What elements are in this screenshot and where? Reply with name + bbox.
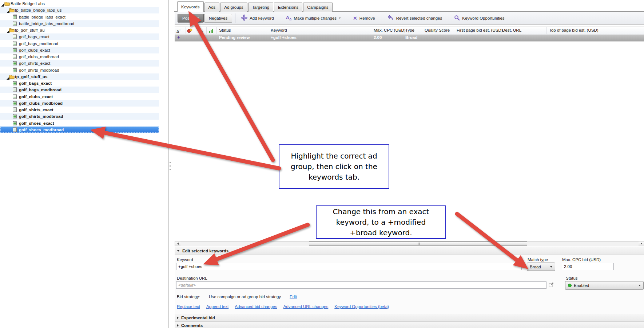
section-label: Experimental bid — [181, 316, 215, 320]
append-text-link[interactable]: Append text — [206, 304, 228, 309]
keyword-input[interactable] — [176, 263, 522, 270]
tree-item-label: golf_bags_modbroad — [19, 87, 61, 93]
bid-strategy-value: Use campaign or ad group bid strategy — [209, 295, 281, 299]
keyword-opportunities-button[interactable]: Keyword Opportunities — [451, 14, 507, 23]
enabled-status-icon — [568, 284, 572, 287]
match-type-value: Broad — [530, 265, 541, 269]
tree-item-golf_bags_exact[interactable]: golf_bags_exact — [0, 33, 159, 40]
tree-item-tp_battle_bridge_labs_us[interactable]: tp_battle_bridge_labs_us — [0, 7, 159, 13]
tab-keywords[interactable]: Keywords — [177, 1, 204, 12]
tree-item-battle_bridge_labs_modbroad[interactable]: battle_bridge_labs_modbroad — [0, 20, 159, 27]
column-header-keyword[interactable]: Keyword — [271, 28, 287, 32]
tree-item-golf_shirts_exact[interactable]: golf_shirts_exact — [0, 60, 159, 67]
tree-item-golf_clubs_exact[interactable]: golf_clubs_exact — [0, 93, 159, 100]
edit-bid-strategy-link[interactable]: Edit — [290, 295, 297, 299]
toolbar-separator — [280, 13, 280, 23]
toolbar-separator — [235, 13, 235, 23]
scrollbar-thumb[interactable] — [309, 241, 527, 246]
tree-item-golf_shirts_modbroad[interactable]: golf_shirts_modbroad — [0, 113, 159, 120]
advanced-bid-changes-link[interactable]: Advanced bid changes — [235, 304, 277, 309]
replace-text-link[interactable]: Replace text — [177, 304, 200, 309]
delta-add-icon[interactable]: Δ+ — [176, 28, 181, 33]
sort-indicator-icon[interactable] — [398, 30, 401, 32]
status-dropdown[interactable]: Enabled — [565, 281, 644, 290]
column-header-top-of-page-bid-est-usd-[interactable]: Top of page bid est. (USD) — [549, 28, 599, 32]
splitter-line[interactable] — [168, 0, 169, 328]
column-separator — [196, 27, 196, 34]
tab-targeting[interactable]: Targeting — [248, 3, 273, 12]
keyword-opportunities-beta--link[interactable]: Keyword Opportunities (beta) — [334, 304, 389, 309]
column-header-dest-url[interactable]: Dest. URL — [502, 28, 521, 32]
tree-item-golf_clubs_modbroad[interactable]: golf_clubs_modbroad — [0, 100, 159, 107]
column-header-first-page-bid-est-usd-[interactable]: First page bid est. (USD) — [457, 28, 503, 32]
tab-campaigns[interactable]: Campaigns — [303, 3, 332, 12]
advanced-url-changes-link[interactable]: Advanced URL changes — [283, 304, 329, 309]
tree-item-golf_bags_modbroad[interactable]: golf_bags_modbroad — [0, 40, 159, 47]
tab-ad-groups[interactable]: Ad groups — [220, 3, 247, 12]
chevron-down-icon — [550, 266, 552, 268]
comment-icon[interactable] — [198, 28, 203, 34]
adwords-editor-window: Battle Bridge Labstp_battle_bridge_labs_… — [0, 0, 644, 328]
tree-item-tp_golf_stuff_au[interactable]: tp_golf_stuff_au — [0, 27, 159, 33]
ad-group-tree[interactable]: Battle Bridge Labstp_battle_bridge_labs_… — [0, 0, 168, 328]
splitter-line[interactable] — [172, 0, 172, 328]
tree-item-label: golf_bags_exact — [19, 33, 49, 40]
cell-status: Pending review — [219, 35, 250, 40]
column-header-status[interactable]: Status — [219, 28, 231, 32]
horizontal-scrollbar[interactable] — [175, 241, 644, 246]
tree-item-golf_bags_modbroad[interactable]: golf_bags_modbroad — [0, 87, 159, 93]
make-multiple-changes-button[interactable]: ΔΔMake multiple changes — [283, 14, 344, 23]
comments-section[interactable]: Comments — [175, 321, 644, 328]
tree-item-Battle Bridge Labs[interactable]: Battle Bridge Labs — [0, 0, 159, 7]
tab-bar: KeywordsAdsAd groupsTargetingExtensionsC… — [177, 1, 333, 12]
added-keyword-icon: + — [177, 35, 180, 40]
tree-item-battle_bridge_labs_exact[interactable]: battle_bridge_labs_exact — [0, 14, 159, 20]
tab-ads[interactable]: Ads — [204, 3, 220, 12]
max-cpc-input[interactable] — [562, 263, 614, 270]
tab-extensions[interactable]: Extensions — [274, 3, 302, 12]
edit-selected-keywords-header[interactable]: Edit selected keywords — [175, 247, 644, 255]
magnifier-icon — [454, 15, 460, 21]
destination-url-input[interactable] — [176, 281, 546, 289]
external-link-icon[interactable] — [549, 282, 554, 288]
tree-item-label: golf_clubs_modbroad — [19, 53, 59, 60]
experimental-bid-section[interactable]: Experimental bid — [175, 314, 644, 321]
tree-item-golf_clubs_modbroad[interactable]: golf_clubs_modbroad — [0, 53, 159, 60]
toolbar-button-label: Keyword Opportunities — [462, 16, 504, 20]
scroll-right-button[interactable] — [639, 241, 644, 246]
keyword-grid-selected-row[interactable]: +Pending review+golf +shoes2.00Broad — [175, 35, 644, 41]
tree-item-golf_clubs_exact[interactable]: golf_clubs_exact — [0, 47, 159, 53]
tree-item-tp_golf_stuff_us[interactable]: tp_golf_stuff_us — [0, 73, 159, 80]
approval-status-icon[interactable] — [187, 28, 192, 34]
tree-item-label: battle_bridge_labs_exact — [19, 14, 65, 20]
negatives-filter-button[interactable]: Negatives — [204, 14, 232, 23]
tree-item-label: tp_battle_bridge_labs_us — [15, 7, 62, 13]
positives-filter-button[interactable]: Positives — [178, 14, 204, 23]
column-header-type[interactable]: Type — [405, 28, 414, 32]
analysis-icon[interactable] — [209, 28, 214, 34]
column-separator — [216, 27, 217, 34]
column-header-quality-score[interactable]: Quality Score — [425, 28, 450, 32]
tree-item-golf_bags_exact[interactable]: golf_bags_exact — [0, 80, 159, 87]
column-separator — [269, 27, 269, 34]
x-icon: ✕ — [353, 15, 357, 21]
expand-icon — [177, 316, 179, 319]
remove-button[interactable]: ✕Remove — [350, 14, 378, 23]
scroll-left-button[interactable] — [175, 241, 180, 246]
tree-item-golf_shoes_exact[interactable]: golf_shoes_exact — [0, 120, 159, 127]
splitter-grip-icon[interactable] — [170, 162, 171, 163]
bid-strategy-row: Bid strategy: Use campaign or ad group b… — [177, 295, 297, 299]
toolbar-button-label: Add keyword — [250, 16, 274, 20]
tree-item-label: battle_bridge_labs_modbroad — [19, 20, 74, 27]
column-separator — [455, 27, 455, 34]
revert-selected-changes-button[interactable]: Revert selected changes — [384, 14, 445, 23]
tree-item-golf_shoes_modbroad[interactable]: golf_shoes_modbroad — [0, 127, 159, 133]
ad-group-icon — [12, 127, 17, 134]
add-keyword-button[interactable]: Add keyword — [238, 14, 277, 23]
splitter-grip-icon[interactable] — [170, 165, 171, 167]
splitter-grip-icon[interactable] — [170, 169, 171, 170]
keyword-grid-header[interactable]: Δ+StatusKeywordMax. CPC (USD)TypeQuality… — [175, 27, 644, 35]
match-type-dropdown[interactable]: Broad — [527, 263, 555, 271]
tree-item-golf_shirts_modbroad[interactable]: golf_shirts_modbroad — [0, 67, 159, 73]
tree-item-golf_shirts_exact[interactable]: golf_shirts_exact — [0, 107, 159, 113]
